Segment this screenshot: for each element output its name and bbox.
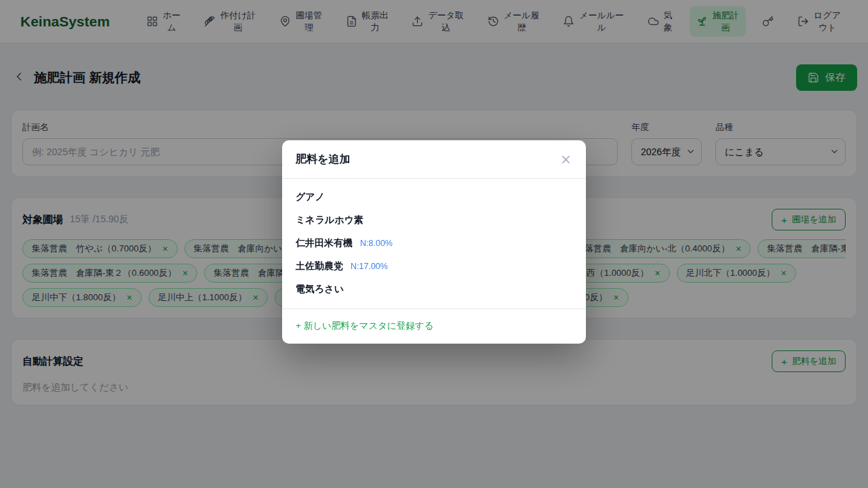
fertilizer-name: グアノ (296, 191, 325, 203)
fertilizer-name: 電気ろさい (296, 283, 344, 296)
fertilizer-n-percent: N:17.00% (351, 262, 388, 271)
fertilizer-list: グアノミネラルホウ素仁井田米有機N:8.00%土佐勤農党N:17.00%電気ろさ… (282, 179, 586, 308)
modal-title: 肥料を追加 (296, 152, 350, 167)
fertilizer-name: ミネラルホウ素 (296, 214, 363, 226)
fertilizer-name: 仁井田米有機 (296, 237, 353, 249)
fertilizer-option[interactable]: グアノ (282, 186, 586, 209)
fertilizer-option[interactable]: 電気ろさい (282, 278, 586, 301)
fertilizer-option[interactable]: 土佐勤農党N:17.00% (282, 255, 586, 278)
fertilizer-option[interactable]: 仁井田米有機N:8.00% (282, 232, 586, 255)
add-fertilizer-modal: 肥料を追加 グアノミネラルホウ素仁井田米有機N:8.00%土佐勤農党N:17.0… (282, 140, 586, 344)
fertilizer-option[interactable]: ミネラルホウ素 (282, 209, 586, 232)
register-new-fertilizer-link[interactable]: + 新しい肥料をマスタに登録する (296, 321, 433, 331)
close-icon[interactable] (559, 153, 572, 166)
fertilizer-name: 土佐勤農党 (296, 260, 343, 272)
fertilizer-n-percent: N:8.00% (360, 239, 393, 248)
